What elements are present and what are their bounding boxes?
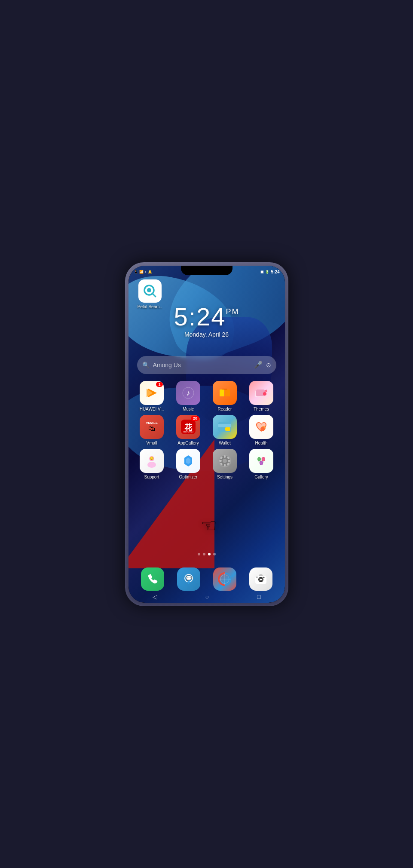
alarm-icon: 🔔 [148, 270, 152, 274]
messages-icon: 💬 [177, 567, 200, 591]
svg-point-22 [147, 462, 156, 468]
svg-point-20 [260, 427, 265, 431]
app-item-music[interactable]: ♪ Music [173, 381, 204, 411]
clock-area: 5:24PM Monday, April 26 [128, 304, 285, 338]
nav-home-button[interactable]: ○ [205, 593, 209, 600]
page-dot-4 [213, 553, 216, 555]
app-row-3: 😊 Support Optimiz [134, 449, 280, 479]
sync-icon: ↕ [145, 270, 147, 274]
dock-item-browser[interactable] [212, 567, 238, 591]
battery-icon: 🔋 [265, 270, 269, 274]
vmall-label: Vmall [136, 441, 167, 445]
voice-search-icon[interactable]: 🎤 [254, 361, 263, 369]
settings-label: Settings [209, 475, 240, 479]
clock-period: PM [226, 308, 239, 316]
svg-rect-17 [218, 424, 231, 427]
cursor-hand: ☞ [201, 515, 217, 536]
svg-text:♪: ♪ [187, 389, 190, 397]
vmall-icon: VMALL 🛍 [140, 415, 164, 439]
app-item-appgallery[interactable]: 花 HUAWEI 20 AppGallery [173, 415, 204, 445]
page-dot-1 [198, 553, 200, 555]
app-item-settings[interactable]: Settings [209, 449, 240, 479]
nav-bar: ◁ ○ □ [128, 591, 285, 603]
svg-point-1 [147, 288, 151, 292]
camera-icon [249, 567, 272, 591]
svg-rect-31 [228, 460, 230, 462]
app-item-themes[interactable]: Themes [246, 381, 277, 411]
svg-rect-7 [220, 390, 224, 396]
svg-marker-46 [187, 582, 190, 584]
svg-text:😊: 😊 [150, 456, 154, 460]
svg-point-27 [223, 459, 227, 463]
music-label: Music [173, 407, 204, 411]
page-dot-2 [203, 553, 205, 555]
status-right-icons: ▣ 🔋 5:24 [260, 270, 279, 274]
settings-icon [213, 449, 237, 473]
app-item-support[interactable]: 😊 Support [136, 449, 167, 479]
themes-icon [249, 381, 273, 405]
appgallery-label: AppGallery [173, 441, 204, 445]
dock-item-phone[interactable] [140, 567, 165, 591]
app-item-gallery[interactable]: Gallery [246, 449, 277, 479]
notch [181, 266, 233, 275]
svg-point-12 [263, 392, 266, 396]
clock-time: 5:24PM [128, 304, 285, 329]
screen: 📱 📶 ↕ 🔔 ▣ 🔋 5:24 [128, 266, 285, 603]
nav-back-button[interactable]: ◁ [153, 593, 157, 600]
svg-point-42 [260, 461, 263, 465]
app-item-wallet[interactable]: Wallet [209, 415, 240, 445]
petal-search-icon [143, 284, 157, 298]
support-label: Support [136, 475, 167, 479]
app-item-health[interactable]: Health [246, 415, 277, 445]
svg-text:💬: 💬 [185, 575, 192, 581]
app-item-reader[interactable]: Reader [209, 381, 240, 411]
wallet-label: Wallet [209, 441, 240, 445]
themes-label: Themes [246, 407, 277, 411]
svg-rect-8 [225, 390, 230, 396]
search-right-icons: 🎤 ⊙ [254, 361, 271, 369]
app-item-optimizer[interactable]: Optimizer [173, 449, 204, 479]
huawei-video-icon: 1 [140, 381, 164, 405]
phone-inner: 📱 📶 ↕ 🔔 ▣ 🔋 5:24 [128, 266, 285, 603]
visual-search-icon[interactable]: ⊙ [266, 362, 271, 368]
search-icon: 🔍 [142, 362, 150, 368]
support-icon: 😊 [140, 449, 164, 473]
huawei-video-label: HUAWEI Vi.. [136, 407, 167, 411]
dock-item-camera[interactable] [248, 567, 274, 591]
sim-icon: 📱 [134, 270, 138, 274]
app-item-huawei-video[interactable]: 1 HUAWEI Vi.. [136, 381, 167, 411]
petal-search-icon-bg [138, 279, 162, 303]
health-icon [249, 415, 273, 439]
wifi-icon: 📶 [139, 270, 144, 274]
svg-rect-30 [219, 460, 222, 462]
reader-icon [213, 381, 237, 405]
phone-icon [141, 567, 164, 591]
music-icon: ♪ [176, 381, 200, 405]
optimizer-icon [176, 449, 200, 473]
app-grid: 1 HUAWEI Vi.. ♪ Music [134, 381, 280, 483]
svg-point-56 [263, 577, 264, 578]
svg-rect-28 [224, 455, 226, 458]
health-label: Health [246, 441, 277, 445]
svg-rect-57 [256, 577, 258, 578]
browser-icon [213, 567, 236, 591]
dock-item-messages[interactable]: 💬 [176, 567, 202, 591]
dock: 💬 [135, 567, 279, 591]
nav-recent-button[interactable]: □ [257, 593, 260, 600]
svg-point-40 [258, 457, 260, 461]
svg-line-2 [153, 294, 156, 297]
huawei-video-badge: 1 [156, 382, 163, 387]
clock-date: Monday, April 26 [128, 331, 285, 338]
svg-text:HUAWEI: HUAWEI [183, 430, 193, 433]
app-item-vmall[interactable]: VMALL 🛍 Vmall [136, 415, 167, 445]
reader-label: Reader [209, 407, 240, 411]
page-dots [128, 553, 285, 555]
appgallery-badge: 20 [191, 416, 199, 421]
search-bar[interactable]: 🔍 Among Us 🎤 ⊙ [137, 356, 276, 374]
search-input-placeholder[interactable]: Among Us [153, 362, 254, 368]
gallery-label: Gallery [246, 475, 277, 479]
svg-rect-18 [225, 427, 230, 431]
page-dot-3 [208, 553, 211, 555]
vibrate-icon: ▣ [260, 270, 264, 274]
app-row-1: 1 HUAWEI Vi.. ♪ Music [134, 381, 280, 411]
